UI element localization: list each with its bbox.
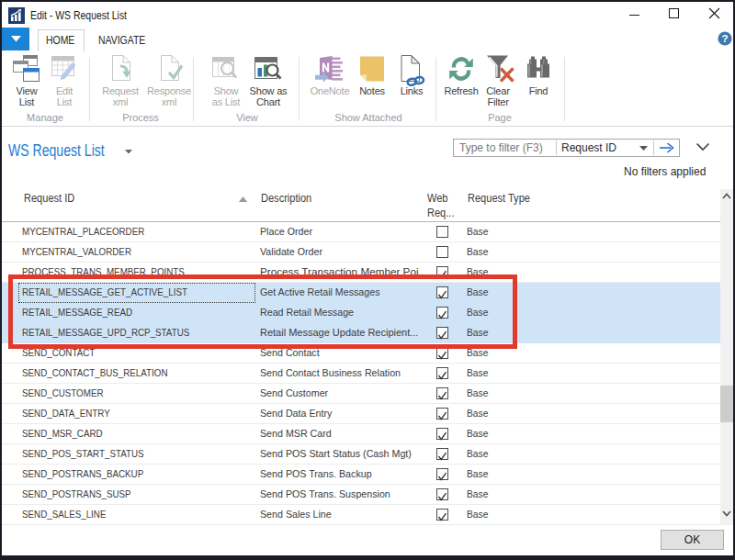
svg-text:?: ? xyxy=(721,33,728,44)
